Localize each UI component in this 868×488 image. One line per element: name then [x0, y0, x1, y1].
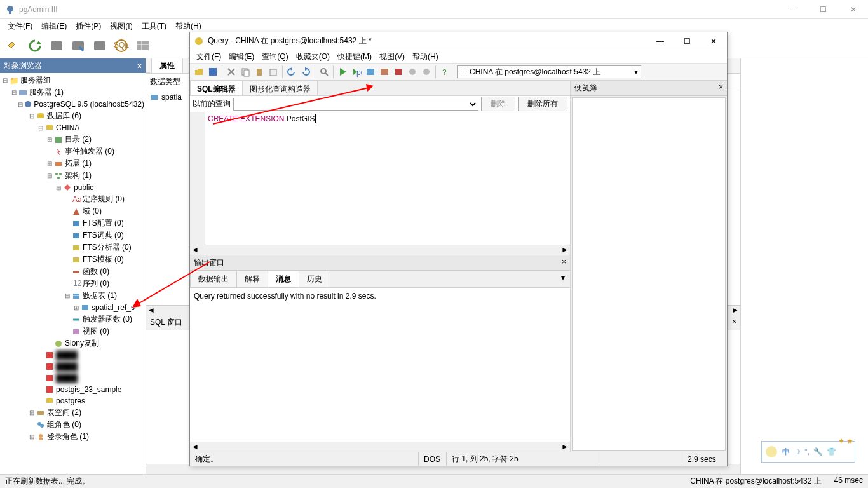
redo-icon[interactable]: [299, 65, 312, 78]
tree-fts-dict[interactable]: FTS词典 (0): [1, 229, 144, 241]
tree-collations[interactable]: Aa定序规则 (0): [1, 193, 144, 205]
rollback-icon[interactable]: [420, 65, 433, 78]
object-browser-close-icon[interactable]: ×: [137, 62, 142, 71]
editor-hscroll[interactable]: ◄►: [190, 245, 570, 255]
menu-plugins[interactable]: 插件(P): [72, 21, 105, 32]
close-button[interactable]: ✕: [844, 5, 863, 14]
drop-icon[interactable]: [90, 36, 109, 55]
editor-code[interactable]: CREATE EXTENSION PostGIS‌: [205, 112, 570, 245]
clear-icon[interactable]: [267, 65, 280, 78]
output-expand-icon[interactable]: ▾: [556, 271, 570, 287]
tree-views[interactable]: 视图 (0): [1, 325, 144, 337]
output-close-icon[interactable]: ×: [562, 257, 566, 268]
tree-db-blur3[interactable]: ████: [1, 372, 144, 384]
help-icon[interactable]: ?: [438, 65, 451, 78]
query-minimize-button[interactable]: —: [651, 37, 670, 46]
output-body[interactable]: Query returned successfully with no resu…: [190, 288, 570, 442]
tree-functions[interactable]: 函数 (0): [1, 266, 144, 278]
tab-messages[interactable]: 消息: [268, 271, 299, 287]
qmenu-macro[interactable]: 快捷键(M): [334, 51, 376, 62]
tree-sequences[interactable]: 123序列 (0): [1, 278, 144, 290]
explain-icon[interactable]: [364, 65, 377, 78]
notepad-close-icon[interactable]: ×: [719, 83, 723, 93]
undo-icon[interactable]: [285, 65, 298, 78]
properties-icon[interactable]: [47, 36, 66, 55]
output-hscroll[interactable]: ◄►: [190, 442, 570, 452]
save-icon[interactable]: [207, 65, 219, 78]
tree-db-sample[interactable]: postgis_23_sample: [1, 384, 144, 395]
execute-pgscript-icon[interactable]: pg: [350, 65, 363, 78]
tree-tablespaces[interactable]: ⊞表空间 (2): [1, 407, 144, 419]
tree-login-roles[interactable]: ⊞登录角色 (1): [1, 431, 144, 443]
query-close-button[interactable]: ✕: [704, 37, 723, 46]
prev-queries-combo[interactable]: [233, 98, 478, 111]
notepad-body[interactable]: [572, 97, 726, 451]
ime-skin-icon[interactable]: 👕: [827, 447, 836, 456]
tab-properties[interactable]: 属性: [151, 58, 183, 73]
tree-db-blur2[interactable]: ████: [1, 361, 144, 372]
tree-schemas[interactable]: ⊟架构 (1): [1, 170, 144, 182]
open-icon[interactable]: [193, 65, 205, 78]
tree-trigger-funcs[interactable]: 触发器函数 (0): [1, 313, 144, 325]
menu-edit[interactable]: 编辑(E): [37, 21, 71, 32]
explain-analyze-icon[interactable]: [378, 65, 391, 78]
tree-server-pg[interactable]: ⊟PostgreSQL 9.5 (localhost:5432): [1, 98, 144, 110]
sql-pane-close-icon[interactable]: ×: [732, 317, 736, 328]
maximize-button[interactable]: ☐: [813, 5, 832, 14]
qmenu-fav[interactable]: 收藏夹(O): [292, 51, 334, 62]
tree-fts-template[interactable]: FTS模板 (0): [1, 254, 144, 266]
tree-db-blur1[interactable]: ████: [1, 349, 144, 361]
tree-fts-parser[interactable]: FTS分析器 (0): [1, 241, 144, 254]
object-tree[interactable]: ⊟📁服务器组 ⊟服务器 (1) ⊟PostgreSQL 9.5 (localho…: [0, 73, 146, 474]
tree-schema-public[interactable]: ⊟public: [1, 182, 144, 193]
cut-icon[interactable]: [225, 65, 238, 78]
delete-button[interactable]: 删除: [481, 97, 515, 111]
tree-fts-config[interactable]: FTS配置 (0): [1, 217, 144, 229]
plug-icon[interactable]: [4, 36, 23, 55]
tree-databases[interactable]: ⊟数据库 (6): [1, 110, 144, 122]
menu-view[interactable]: 视图(I): [106, 21, 136, 32]
tree-tables[interactable]: ⊟数据表 (1): [1, 290, 144, 302]
tree-table-spatial[interactable]: ⊞spatial_ref_s: [1, 302, 144, 313]
cancel-icon[interactable]: [392, 65, 405, 78]
qmenu-edit[interactable]: 编辑(E): [225, 51, 258, 62]
ime-wrench-icon[interactable]: 🔧: [813, 447, 823, 456]
menu-help[interactable]: 帮助(H): [172, 21, 205, 32]
ime-bar[interactable]: ✦ ★ 中 ☽ °, 🔧 👕: [761, 441, 855, 463]
paste-icon[interactable]: [253, 65, 266, 78]
tree-db-postgres[interactable]: postgres: [1, 395, 144, 407]
create-icon[interactable]: [69, 36, 88, 55]
menu-tools[interactable]: 工具(T): [138, 21, 170, 32]
tree-group-roles[interactable]: 组角色 (0): [1, 419, 144, 431]
menu-file[interactable]: 文件(F): [4, 21, 36, 32]
execute-icon[interactable]: [336, 65, 349, 78]
qmenu-file[interactable]: 文件(F): [193, 51, 225, 62]
ime-mode[interactable]: 中: [782, 447, 790, 458]
tree-server-group[interactable]: ⊟📁服务器组: [1, 74, 144, 86]
tree-db-china[interactable]: ⊟CHINA: [1, 122, 144, 133]
commit-icon[interactable]: [406, 65, 419, 78]
tree-domains[interactable]: 域 (0): [1, 205, 144, 217]
sql-icon[interactable]: SQL: [112, 36, 131, 55]
refresh-icon[interactable]: [25, 36, 44, 55]
tree-servers[interactable]: ⊟服务器 (1): [1, 86, 144, 98]
tab-graphical-builder[interactable]: 图形化查询构造器: [243, 81, 318, 95]
tree-slony[interactable]: Slony复制: [1, 337, 144, 349]
tab-sql-editor[interactable]: SQL编辑器: [190, 81, 243, 95]
qmenu-query[interactable]: 查询(Q): [258, 51, 292, 62]
minimize-button[interactable]: —: [783, 5, 802, 14]
qmenu-view[interactable]: 视图(V): [376, 51, 409, 62]
tab-explain[interactable]: 解释: [236, 271, 268, 287]
find-icon[interactable]: [318, 65, 330, 78]
query-maximize-button[interactable]: ☐: [677, 37, 696, 46]
tab-history[interactable]: 历史: [299, 271, 330, 287]
tree-event-triggers[interactable]: 事件触发器 (0): [1, 146, 144, 158]
connection-combo[interactable]: ☐CHINA 在 postgres@localhost:5432 上 ▾: [457, 65, 641, 78]
sql-editor[interactable]: CREATE EXTENSION PostGIS‌: [190, 112, 570, 245]
tab-data-output[interactable]: 数据输出: [190, 271, 237, 287]
tree-extensions[interactable]: ⊞拓展 (1): [1, 158, 144, 170]
ime-moon-icon[interactable]: ☽: [794, 447, 801, 456]
qmenu-help[interactable]: 帮助(H): [409, 51, 442, 62]
tree-catalogs[interactable]: ⊞目录 (2): [1, 133, 144, 146]
copy-icon[interactable]: [239, 65, 252, 78]
